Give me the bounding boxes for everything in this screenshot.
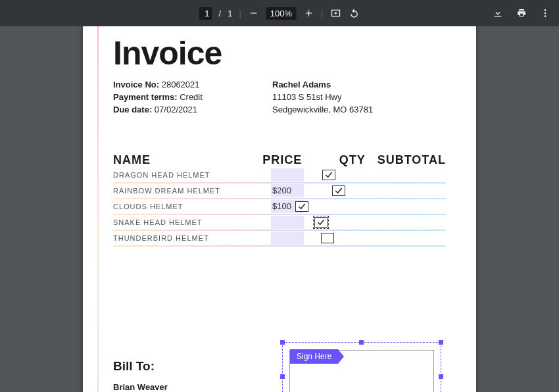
- item-name: CLOUDS HELMET: [113, 203, 183, 210]
- page-number-input[interactable]: [199, 7, 212, 20]
- col-subtotal-header: SUBTOTAL: [377, 153, 446, 167]
- due-date-label: Due date:: [113, 105, 152, 114]
- bill-to-name: Brian Weaver: [113, 382, 168, 392]
- item-name: THUNDERBIRD HELMET: [113, 234, 209, 242]
- col-price-header: PRICE: [262, 153, 328, 167]
- col-qty-header: QTY: [328, 153, 377, 167]
- item-name: SNAKE HEAD HELMET: [113, 218, 203, 226]
- col-name-header: NAME: [113, 153, 262, 167]
- print-icon[interactable]: [516, 7, 527, 19]
- pdf-toolbar: / 1 | 100% |: [0, 0, 559, 26]
- invoice-meta-left: Invoice No: 28062021 Payment terms: Cred…: [113, 79, 272, 116]
- rotate-icon[interactable]: [348, 7, 360, 19]
- svg-rect-6: [495, 16, 502, 16]
- download-icon[interactable]: [492, 7, 504, 19]
- more-icon[interactable]: [539, 7, 551, 19]
- table-row: CLOUDS HELMET$100: [113, 199, 446, 214]
- svg-rect-2: [308, 10, 308, 16]
- svg-rect-5: [335, 12, 336, 14]
- invoice-no-label: Invoice No:: [113, 80, 159, 89]
- invoice-no-value: 28062021: [162, 80, 200, 89]
- selection-outline[interactable]: [282, 342, 441, 392]
- payment-terms-label: Payment terms:: [113, 92, 178, 102]
- table-row: SNAKE HEAD HELMET: [113, 214, 446, 230]
- invoice-meta: Invoice No: 28062021 Payment terms: Cred…: [113, 79, 446, 116]
- price-field[interactable]: [271, 168, 304, 182]
- page-separator: /: [219, 9, 222, 18]
- invoice-from: Rachel Adams 11103 S 51st Hwy Sedgewickv…: [272, 79, 373, 116]
- from-line1: 11103 S 51st Hwy: [272, 91, 373, 104]
- due-date-value: 07/02/2021: [155, 105, 197, 114]
- item-name: DRAGON HEAD HELMET: [113, 171, 210, 179]
- toolbar-center: / 1 | 100% |: [199, 7, 360, 20]
- invoice-title: Invoice: [113, 26, 446, 72]
- page-total: 1: [228, 9, 232, 18]
- svg-point-9: [545, 15, 547, 17]
- svg-rect-0: [251, 12, 256, 13]
- resize-handle[interactable]: [439, 340, 443, 345]
- price-field[interactable]: [271, 232, 304, 245]
- item-checkbox[interactable]: [332, 185, 345, 196]
- fit-page-icon[interactable]: [329, 7, 341, 19]
- table-row: DRAGON HEAD HELMET: [113, 167, 446, 183]
- price-field[interactable]: $200: [271, 184, 304, 197]
- table-header: NAME PRICE QTY SUBTOTAL: [113, 153, 446, 167]
- zoom-in-icon[interactable]: [303, 7, 314, 19]
- item-name: RAINBOW DREAM HELMET: [113, 187, 220, 195]
- resize-handle[interactable]: [280, 340, 285, 345]
- svg-point-8: [545, 12, 547, 14]
- svg-point-7: [545, 9, 547, 11]
- item-checkbox[interactable]: [295, 201, 308, 212]
- toolbar-separator: |: [321, 9, 323, 18]
- zoom-out-icon[interactable]: [248, 7, 260, 19]
- document-viewport[interactable]: Invoice Invoice No: 28062021 Payment ter…: [0, 26, 559, 392]
- items-table: NAME PRICE QTY SUBTOTAL DRAGON HEAD HELM…: [113, 153, 446, 246]
- table-row: THUNDERBIRD HELMET: [113, 230, 446, 246]
- item-checkbox[interactable]: [314, 217, 328, 228]
- payment-terms-value: Credit: [180, 92, 203, 102]
- toolbar-separator: |: [239, 9, 241, 18]
- document-page: Invoice Invoice No: 28062021 Payment ter…: [83, 26, 476, 392]
- resize-handle[interactable]: [280, 374, 285, 379]
- from-line2: Sedgewickville, MO 63781: [272, 104, 373, 116]
- toolbar-right: [492, 7, 551, 19]
- zoom-level[interactable]: 100%: [266, 7, 296, 20]
- resize-handle[interactable]: [359, 340, 364, 345]
- resize-handle[interactable]: [439, 374, 443, 379]
- page-edge-decoration: [97, 26, 99, 392]
- from-name: Rachel Adams: [272, 80, 331, 89]
- item-checkbox[interactable]: [321, 233, 334, 243]
- table-row: RAINBOW DREAM HELMET$200: [113, 183, 446, 199]
- price-field[interactable]: [271, 216, 304, 229]
- item-checkbox[interactable]: [322, 170, 335, 180]
